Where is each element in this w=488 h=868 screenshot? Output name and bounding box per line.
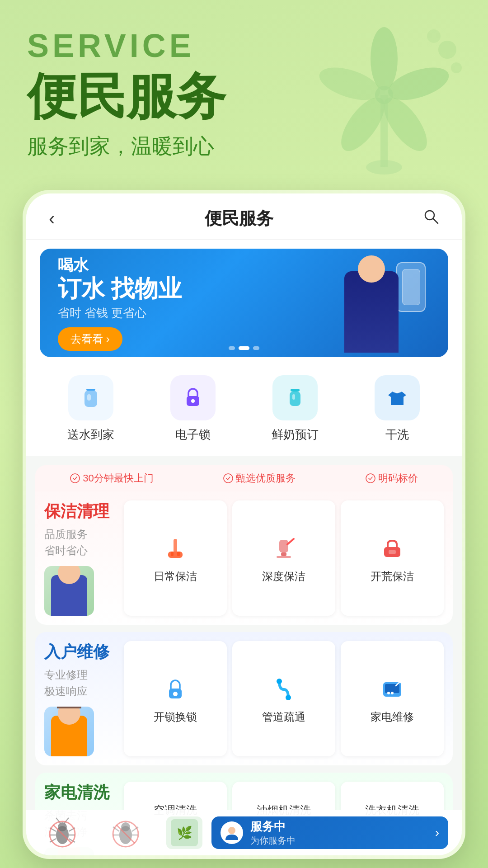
repair-category: 入户维修 [44,641,117,663]
svg-rect-18 [291,389,300,392]
phone-mockup: ‹ 便民服务 喝水 订水 找物业 省时 省钱 更省心 去看看 › [23,190,465,859]
svg-rect-30 [277,556,291,558]
feature-badges: 30分钟最快上门 甄选优质服务 明码标价 [35,465,453,491]
service-subtitle: 服务到家，温暖到心 [27,132,226,160]
milk-label: 鲜奶预订 [272,427,319,443]
shirt-label: 干洗 [385,427,409,443]
service-en-label: SERVICE [27,27,226,64]
pipe-icon [266,674,302,705]
banner-line3: 省时 省钱 更省心 [58,305,340,321]
service-icon-shirt[interactable]: 干洗 [346,375,448,443]
svg-rect-27 [177,552,180,556]
cleaning-content: 保洁清理 品质服务 省时省心 [35,491,453,625]
deep-clean-label: 深度保洁 [262,569,305,584]
lock-label: 电子锁 [175,427,211,443]
appliance-repair-icon [374,674,410,705]
cleaning-left: 保洁清理 品质服务 省时省心 [44,500,117,616]
repair-left: 入户维修 专业修理 极速响应 [44,641,117,756]
pest-icon-2 [103,815,157,851]
daily-clean-label: 日常保洁 [154,569,197,584]
appliance-category: 家电清洗 [44,782,117,804]
banner-text: 喝水 订水 找物业 省时 省钱 更省心 去看看 › [58,255,340,351]
service-icons-row: 送水到家 电子锁 [26,366,462,456]
svg-rect-26 [171,552,174,556]
service-active-arrow: › [435,826,439,840]
deep-clean-btn[interactable]: 深度保洁 [232,500,335,616]
svg-rect-28 [279,540,288,552]
repair-card: 入户维修 专业修理 极速响应 [35,632,453,765]
badge-quality: 甄选优质服务 [223,472,296,485]
svg-point-0 [371,27,398,90]
svg-point-40 [391,692,394,694]
banner-line2: 订水 找物业 [58,276,340,302]
cleaning-services: 日常保洁 [124,500,444,616]
svg-point-61 [228,827,235,834]
svg-rect-20 [292,394,295,400]
daily-clean-icon [157,533,193,565]
app-header: ‹ 便民服务 [26,193,462,240]
pipe-label: 管道疏通 [262,710,305,724]
service-icon-lock[interactable]: 电子锁 [142,375,244,443]
banner-btn[interactable]: 去看看 › [58,327,122,351]
deep-clean-icon [266,533,302,565]
water-icon [68,375,113,420]
promo-banner[interactable]: 喝水 订水 找物业 省时 省钱 更省心 去看看 › [40,249,448,357]
svg-rect-29 [281,552,286,556]
repair-services: 开锁换锁 管道疏通 [124,641,444,756]
svg-line-12 [433,219,438,223]
service-active-banner[interactable]: 服务中 为你服务中 › [211,816,448,849]
daily-clean-btn[interactable]: 日常保洁 [124,500,227,616]
svg-rect-6 [380,95,388,167]
svg-point-7 [366,160,402,175]
service-thumbnail: 🌿 [166,816,202,849]
svg-point-39 [387,692,390,694]
svg-point-23 [366,474,375,483]
water-label: 送水到家 [67,427,114,443]
appliance-repair-label: 家电维修 [371,710,414,724]
cleaning-card: 30分钟最快上门 甄选优质服务 明码标价 保洁清理 [35,465,453,625]
pipe-btn[interactable]: 管道疏通 [232,641,335,756]
cards-section: 30分钟最快上门 甄选优质服务 明码标价 保洁清理 [26,456,462,855]
svg-rect-32 [389,550,396,554]
banner-line1: 喝水 [58,255,340,276]
badge-price: 明码标价 [366,472,418,485]
svg-point-10 [427,29,441,43]
svg-rect-34 [173,692,178,696]
pioneer-clean-icon [374,533,410,565]
service-icon-milk[interactable]: 鲜奶预订 [244,375,346,443]
svg-point-9 [451,62,462,73]
svg-rect-13 [86,389,95,391]
svg-point-22 [224,474,233,483]
pest-icon-1 [40,815,94,851]
svg-rect-25 [168,552,183,558]
locksmith-btn[interactable]: 开锁换锁 [124,641,227,756]
cleaning-category: 保洁清理 [44,500,117,523]
service-active-text: 服务中 为你服务中 [250,819,296,847]
svg-point-21 [70,474,80,483]
bottom-bar: 🌿 服务中 为你服务中 › [26,810,462,855]
svg-rect-24 [174,539,177,552]
repair-desc: 专业修理 极速响应 [44,667,117,699]
svg-rect-17 [191,399,195,403]
repair-content: 入户维修 专业修理 极速响应 [35,632,453,765]
svg-rect-15 [87,394,91,401]
svg-rect-19 [290,392,300,406]
back-button[interactable]: ‹ [49,208,55,229]
locksmith-label: 开锁换锁 [154,710,197,724]
service-active-avatar [221,821,243,844]
service-icon-water[interactable]: 送水到家 [40,375,142,443]
shirt-icon-box [375,375,420,420]
svg-point-36 [286,695,291,700]
svg-point-8 [438,41,456,59]
cleaning-desc: 品质服务 省时省心 [44,526,117,559]
svg-point-35 [277,679,282,684]
service-cn-title: 便民服务 [27,69,226,123]
milk-icon-box [272,375,318,420]
pioneer-clean-btn[interactable]: 开荒保洁 [341,500,444,616]
search-button[interactable] [423,208,439,229]
service-active-sub: 为你服务中 [250,835,296,847]
appliance-repair-btn[interactable]: 家电维修 [341,641,444,756]
app-title: 便民服务 [205,207,273,230]
locksmith-icon [157,674,193,705]
pioneer-clean-label: 开荒保洁 [371,569,414,584]
